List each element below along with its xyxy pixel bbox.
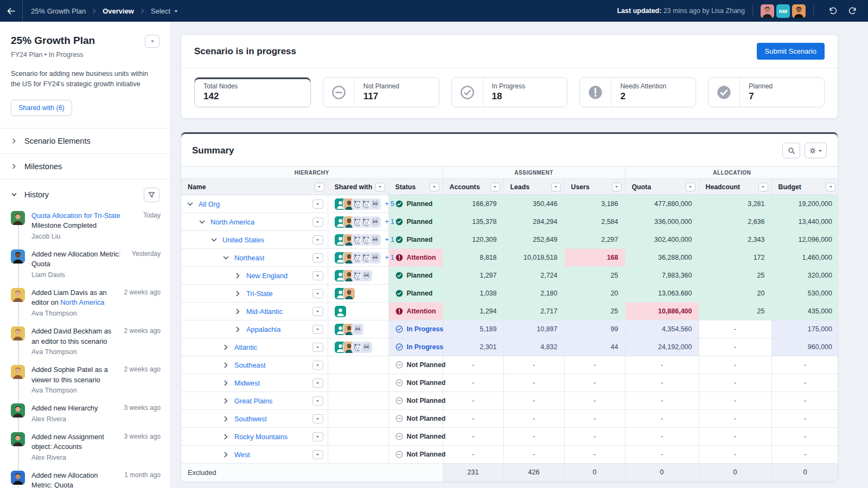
- shared-extra-count[interactable]: + 1: [385, 236, 394, 243]
- shared-extra-count[interactable]: + 1: [385, 218, 394, 226]
- history-link[interactable]: Quota Allocation for Tri-State: [31, 211, 120, 220]
- chevron-right-icon[interactable]: [222, 433, 230, 440]
- cell-users: -: [564, 410, 625, 428]
- cell-accounts: 8,818: [443, 249, 503, 267]
- search-button[interactable]: [782, 143, 800, 158]
- chevron-right-icon[interactable]: [222, 362, 230, 369]
- table-row-united-states: United States+ 1Planned120,309252,6492,2…: [181, 231, 838, 249]
- node-name-link[interactable]: West: [234, 451, 250, 459]
- row-menu-button[interactable]: [312, 271, 323, 280]
- status-none-icon: [395, 415, 403, 422]
- header-filter-button[interactable]: [758, 183, 768, 191]
- node-name-link[interactable]: North America: [210, 218, 254, 226]
- header-filter-button[interactable]: [430, 183, 439, 191]
- cell-leads: -: [503, 428, 564, 446]
- column-header-users: Users: [564, 179, 625, 195]
- chevron-down-icon[interactable]: [222, 254, 230, 261]
- chevron-right-icon[interactable]: [234, 272, 242, 279]
- chevron-right-icon[interactable]: [222, 451, 230, 458]
- stat-card-not-planned[interactable]: Not Planned117: [323, 77, 439, 107]
- cell-headcount: -: [699, 320, 771, 338]
- row-menu-button[interactable]: [312, 217, 323, 227]
- history-section-header[interactable]: History: [0, 179, 170, 209]
- shared-with-button[interactable]: Shared with (6): [11, 100, 72, 116]
- chevron-down-icon[interactable]: [210, 236, 218, 243]
- chevron-right-icon[interactable]: [222, 415, 230, 422]
- node-name-link[interactable]: New England: [246, 272, 288, 280]
- stat-value: 142: [203, 91, 238, 102]
- back-button[interactable]: [0, 0, 23, 22]
- row-menu-button[interactable]: [312, 307, 323, 316]
- breadcrumb-overview[interactable]: Overview: [103, 7, 134, 15]
- shared-extra-count[interactable]: + 5: [385, 200, 394, 208]
- node-name-link[interactable]: Midwest: [234, 379, 260, 387]
- node-name-link[interactable]: Northeast: [234, 254, 264, 262]
- chevron-down-icon[interactable]: [187, 201, 194, 208]
- node-name-link[interactable]: Southwest: [234, 415, 267, 423]
- row-menu-button[interactable]: [312, 289, 323, 298]
- shared-extra-count[interactable]: + 1: [385, 254, 394, 261]
- node-name-link[interactable]: All Org: [199, 200, 220, 208]
- row-menu-button[interactable]: [312, 361, 323, 370]
- caret-down-icon: [150, 39, 155, 43]
- header-filter-button[interactable]: [686, 183, 695, 191]
- chevron-right-icon[interactable]: [234, 326, 242, 333]
- sidebar-section-milestones[interactable]: Milestones: [0, 154, 170, 179]
- node-name-link[interactable]: Great Plains: [234, 397, 272, 405]
- avatar-raccoon: [352, 324, 363, 335]
- redo-button[interactable]: [844, 3, 860, 19]
- cell-budget: 320,000: [771, 267, 838, 285]
- row-menu-button[interactable]: [312, 235, 323, 245]
- undo-button[interactable]: [825, 3, 841, 19]
- chevron-right-icon[interactable]: [222, 380, 230, 387]
- row-menu-button[interactable]: [312, 325, 323, 334]
- stat-card-in-progress[interactable]: In Progress18: [451, 77, 568, 107]
- row-menu-button[interactable]: [312, 450, 323, 459]
- sidebar-section-scenario-elements[interactable]: Scenario Elements: [0, 129, 170, 154]
- row-menu-button[interactable]: [312, 253, 323, 262]
- table-settings-button[interactable]: [805, 143, 827, 158]
- table-row-mid-atlantic: Mid-AtlanticAttention1,2942,7172510,886,…: [181, 303, 838, 320]
- chevron-right-icon[interactable]: [222, 397, 230, 404]
- breadcrumb-plan[interactable]: 25% Growth Plan: [31, 7, 86, 15]
- history-filter-button[interactable]: [144, 188, 159, 202]
- submit-scenario-button[interactable]: Submit Scenario: [757, 43, 825, 60]
- row-menu-button[interactable]: [312, 396, 323, 406]
- stat-card-total-nodes[interactable]: Total Nodes142: [194, 77, 311, 107]
- cell-headcount: 2,343: [699, 231, 771, 249]
- history-link[interactable]: North America: [60, 298, 104, 306]
- stat-card-planned[interactable]: Planned7: [708, 77, 825, 107]
- cell-leads: 2,717: [503, 303, 564, 320]
- header-filter-button[interactable]: [551, 183, 561, 191]
- header-filter-button[interactable]: [612, 183, 622, 191]
- breadcrumb-select[interactable]: Select: [151, 7, 170, 15]
- chevron-right-icon[interactable]: [234, 290, 242, 297]
- chevron-right-icon[interactable]: [222, 344, 230, 351]
- stat-card-needs-attention[interactable]: Needs Attention2: [579, 77, 696, 107]
- row-menu-button[interactable]: [312, 200, 323, 209]
- header-filter-button[interactable]: [315, 183, 324, 191]
- cell-budget: 175,000: [771, 320, 838, 338]
- node-name-link[interactable]: United States: [222, 236, 264, 244]
- caret-down-icon[interactable]: [174, 9, 178, 14]
- row-menu-button[interactable]: [312, 432, 323, 441]
- cell-users: 2,584: [564, 213, 625, 231]
- header-filter-button[interactable]: [375, 183, 385, 191]
- summary-card: Summary HIERARCHYASSIGNMENTALLOCATIONNam…: [181, 132, 838, 482]
- header-filter-button[interactable]: [826, 183, 835, 191]
- title-dropdown-button[interactable]: [145, 35, 159, 48]
- row-menu-button[interactable]: [312, 343, 323, 352]
- node-name-link[interactable]: Atlantic: [234, 343, 257, 351]
- chevron-right-icon[interactable]: [234, 308, 242, 315]
- node-name-link[interactable]: Rocky Mountains: [234, 433, 288, 441]
- node-name-link[interactable]: Tri-State: [246, 290, 273, 298]
- status-inprogress-icon: [395, 325, 403, 333]
- avatar-raccoon: [369, 252, 381, 264]
- node-name-link[interactable]: Appalachia: [246, 325, 280, 333]
- header-filter-button[interactable]: [490, 183, 500, 191]
- chevron-down-icon[interactable]: [199, 219, 206, 226]
- node-name-link[interactable]: Mid-Atlantic: [246, 307, 283, 316]
- row-menu-button[interactable]: [312, 414, 323, 423]
- node-name-link[interactable]: Southeast: [234, 361, 266, 369]
- row-menu-button[interactable]: [312, 378, 323, 388]
